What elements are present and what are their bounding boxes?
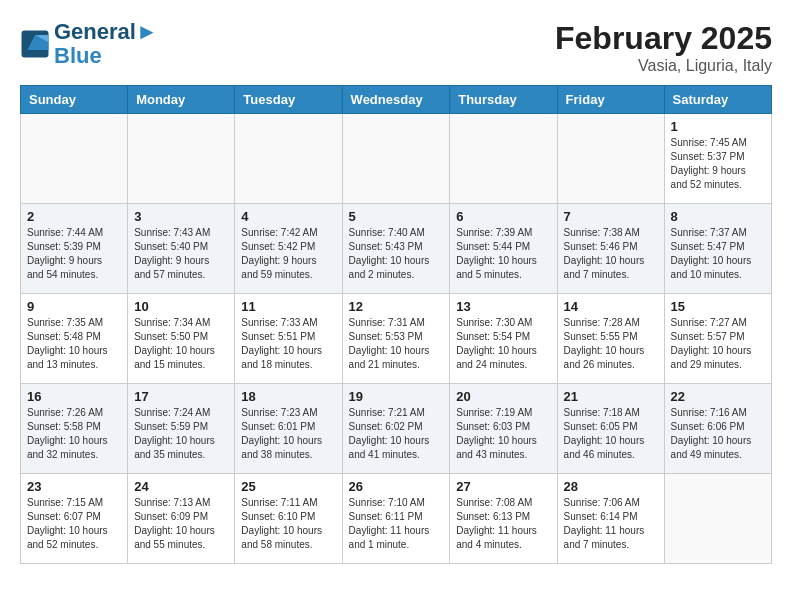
weekday-header: Monday: [128, 86, 235, 114]
weekday-header: Sunday: [21, 86, 128, 114]
day-info: Sunrise: 7:18 AM Sunset: 6:05 PM Dayligh…: [564, 406, 658, 462]
month-title: February 2025: [555, 20, 772, 57]
calendar-cell: 2Sunrise: 7:44 AM Sunset: 5:39 PM Daylig…: [21, 204, 128, 294]
day-number: 20: [456, 389, 550, 404]
calendar-cell: 16Sunrise: 7:26 AM Sunset: 5:58 PM Dayli…: [21, 384, 128, 474]
day-number: 12: [349, 299, 444, 314]
calendar-cell: 7Sunrise: 7:38 AM Sunset: 5:46 PM Daylig…: [557, 204, 664, 294]
day-number: 4: [241, 209, 335, 224]
day-number: 27: [456, 479, 550, 494]
day-info: Sunrise: 7:10 AM Sunset: 6:11 PM Dayligh…: [349, 496, 444, 552]
day-number: 26: [349, 479, 444, 494]
day-info: Sunrise: 7:21 AM Sunset: 6:02 PM Dayligh…: [349, 406, 444, 462]
weekday-header: Wednesday: [342, 86, 450, 114]
calendar-cell: 6Sunrise: 7:39 AM Sunset: 5:44 PM Daylig…: [450, 204, 557, 294]
day-info: Sunrise: 7:34 AM Sunset: 5:50 PM Dayligh…: [134, 316, 228, 372]
calendar-cell: 14Sunrise: 7:28 AM Sunset: 5:55 PM Dayli…: [557, 294, 664, 384]
day-number: 2: [27, 209, 121, 224]
day-info: Sunrise: 7:44 AM Sunset: 5:39 PM Dayligh…: [27, 226, 121, 282]
calendar-cell: [450, 114, 557, 204]
calendar-cell: [21, 114, 128, 204]
calendar-week-row: 1Sunrise: 7:45 AM Sunset: 5:37 PM Daylig…: [21, 114, 772, 204]
calendar-cell: [128, 114, 235, 204]
day-info: Sunrise: 7:13 AM Sunset: 6:09 PM Dayligh…: [134, 496, 228, 552]
day-number: 21: [564, 389, 658, 404]
calendar-cell: 21Sunrise: 7:18 AM Sunset: 6:05 PM Dayli…: [557, 384, 664, 474]
calendar-cell: 5Sunrise: 7:40 AM Sunset: 5:43 PM Daylig…: [342, 204, 450, 294]
day-info: Sunrise: 7:40 AM Sunset: 5:43 PM Dayligh…: [349, 226, 444, 282]
calendar-table: SundayMondayTuesdayWednesdayThursdayFrid…: [20, 85, 772, 564]
day-info: Sunrise: 7:23 AM Sunset: 6:01 PM Dayligh…: [241, 406, 335, 462]
day-info: Sunrise: 7:06 AM Sunset: 6:14 PM Dayligh…: [564, 496, 658, 552]
day-number: 14: [564, 299, 658, 314]
calendar-cell: 24Sunrise: 7:13 AM Sunset: 6:09 PM Dayli…: [128, 474, 235, 564]
calendar-cell: 4Sunrise: 7:42 AM Sunset: 5:42 PM Daylig…: [235, 204, 342, 294]
weekday-header: Saturday: [664, 86, 771, 114]
calendar-cell: 1Sunrise: 7:45 AM Sunset: 5:37 PM Daylig…: [664, 114, 771, 204]
logo: General► Blue: [20, 20, 158, 68]
calendar-cell: 12Sunrise: 7:31 AM Sunset: 5:53 PM Dayli…: [342, 294, 450, 384]
day-info: Sunrise: 7:15 AM Sunset: 6:07 PM Dayligh…: [27, 496, 121, 552]
logo-text: General► Blue: [54, 20, 158, 68]
day-info: Sunrise: 7:37 AM Sunset: 5:47 PM Dayligh…: [671, 226, 765, 282]
day-info: Sunrise: 7:30 AM Sunset: 5:54 PM Dayligh…: [456, 316, 550, 372]
day-number: 11: [241, 299, 335, 314]
calendar-cell: 10Sunrise: 7:34 AM Sunset: 5:50 PM Dayli…: [128, 294, 235, 384]
day-number: 5: [349, 209, 444, 224]
logo-icon: [20, 29, 50, 59]
day-info: Sunrise: 7:43 AM Sunset: 5:40 PM Dayligh…: [134, 226, 228, 282]
day-info: Sunrise: 7:16 AM Sunset: 6:06 PM Dayligh…: [671, 406, 765, 462]
location-title: Vasia, Liguria, Italy: [555, 57, 772, 75]
title-block: February 2025 Vasia, Liguria, Italy: [555, 20, 772, 75]
weekday-header: Tuesday: [235, 86, 342, 114]
day-info: Sunrise: 7:39 AM Sunset: 5:44 PM Dayligh…: [456, 226, 550, 282]
day-number: 3: [134, 209, 228, 224]
calendar-week-row: 16Sunrise: 7:26 AM Sunset: 5:58 PM Dayli…: [21, 384, 772, 474]
day-info: Sunrise: 7:24 AM Sunset: 5:59 PM Dayligh…: [134, 406, 228, 462]
calendar-cell: 25Sunrise: 7:11 AM Sunset: 6:10 PM Dayli…: [235, 474, 342, 564]
day-number: 8: [671, 209, 765, 224]
day-number: 22: [671, 389, 765, 404]
day-number: 28: [564, 479, 658, 494]
calendar-cell: [342, 114, 450, 204]
calendar-cell: [557, 114, 664, 204]
calendar-week-row: 2Sunrise: 7:44 AM Sunset: 5:39 PM Daylig…: [21, 204, 772, 294]
day-number: 9: [27, 299, 121, 314]
calendar-cell: 8Sunrise: 7:37 AM Sunset: 5:47 PM Daylig…: [664, 204, 771, 294]
calendar-cell: 22Sunrise: 7:16 AM Sunset: 6:06 PM Dayli…: [664, 384, 771, 474]
calendar-cell: 9Sunrise: 7:35 AM Sunset: 5:48 PM Daylig…: [21, 294, 128, 384]
weekday-header: Thursday: [450, 86, 557, 114]
calendar-cell: 26Sunrise: 7:10 AM Sunset: 6:11 PM Dayli…: [342, 474, 450, 564]
day-info: Sunrise: 7:26 AM Sunset: 5:58 PM Dayligh…: [27, 406, 121, 462]
calendar-cell: 28Sunrise: 7:06 AM Sunset: 6:14 PM Dayli…: [557, 474, 664, 564]
day-number: 16: [27, 389, 121, 404]
calendar-cell: [664, 474, 771, 564]
calendar-week-row: 23Sunrise: 7:15 AM Sunset: 6:07 PM Dayli…: [21, 474, 772, 564]
day-number: 24: [134, 479, 228, 494]
day-info: Sunrise: 7:35 AM Sunset: 5:48 PM Dayligh…: [27, 316, 121, 372]
page-header: General► Blue February 2025 Vasia, Ligur…: [20, 20, 772, 75]
day-number: 18: [241, 389, 335, 404]
day-info: Sunrise: 7:33 AM Sunset: 5:51 PM Dayligh…: [241, 316, 335, 372]
day-number: 25: [241, 479, 335, 494]
day-number: 6: [456, 209, 550, 224]
calendar-cell: 27Sunrise: 7:08 AM Sunset: 6:13 PM Dayli…: [450, 474, 557, 564]
calendar-cell: 17Sunrise: 7:24 AM Sunset: 5:59 PM Dayli…: [128, 384, 235, 474]
day-number: 19: [349, 389, 444, 404]
day-number: 7: [564, 209, 658, 224]
calendar-week-row: 9Sunrise: 7:35 AM Sunset: 5:48 PM Daylig…: [21, 294, 772, 384]
calendar-cell: 23Sunrise: 7:15 AM Sunset: 6:07 PM Dayli…: [21, 474, 128, 564]
calendar-cell: 19Sunrise: 7:21 AM Sunset: 6:02 PM Dayli…: [342, 384, 450, 474]
day-info: Sunrise: 7:27 AM Sunset: 5:57 PM Dayligh…: [671, 316, 765, 372]
calendar-header-row: SundayMondayTuesdayWednesdayThursdayFrid…: [21, 86, 772, 114]
day-info: Sunrise: 7:38 AM Sunset: 5:46 PM Dayligh…: [564, 226, 658, 282]
day-number: 23: [27, 479, 121, 494]
day-info: Sunrise: 7:42 AM Sunset: 5:42 PM Dayligh…: [241, 226, 335, 282]
day-info: Sunrise: 7:31 AM Sunset: 5:53 PM Dayligh…: [349, 316, 444, 372]
calendar-cell: 20Sunrise: 7:19 AM Sunset: 6:03 PM Dayli…: [450, 384, 557, 474]
calendar-cell: 15Sunrise: 7:27 AM Sunset: 5:57 PM Dayli…: [664, 294, 771, 384]
day-number: 1: [671, 119, 765, 134]
calendar-cell: 18Sunrise: 7:23 AM Sunset: 6:01 PM Dayli…: [235, 384, 342, 474]
day-info: Sunrise: 7:19 AM Sunset: 6:03 PM Dayligh…: [456, 406, 550, 462]
day-number: 13: [456, 299, 550, 314]
